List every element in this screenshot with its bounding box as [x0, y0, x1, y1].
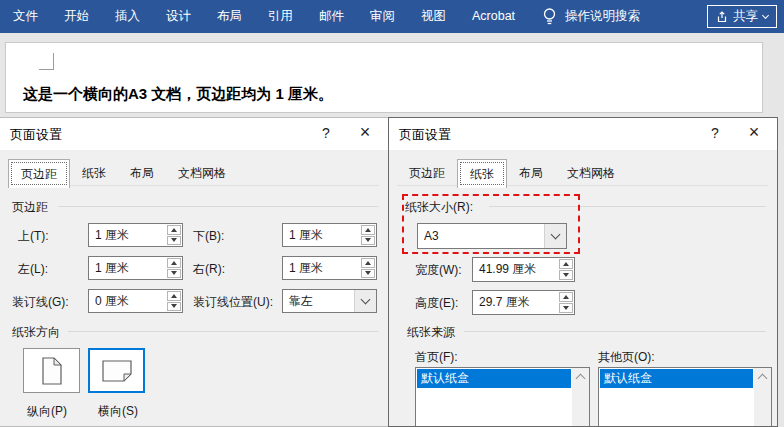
chevron-down-icon: [762, 11, 769, 18]
close-icon[interactable]: ×: [354, 122, 376, 143]
portrait-option[interactable]: [23, 348, 80, 393]
list-item[interactable]: 默认纸盒: [600, 369, 753, 388]
list-item[interactable]: 默认纸盒: [417, 369, 571, 388]
spinner: [166, 290, 182, 312]
landscape-option[interactable]: [88, 348, 145, 393]
spinner: [166, 257, 182, 279]
spinner: [558, 291, 574, 314]
spin-up-button[interactable]: [361, 225, 375, 235]
tab-paper[interactable]: 纸张: [457, 159, 507, 188]
scrollbar[interactable]: [572, 368, 589, 427]
tab-docgrid[interactable]: 文档网格: [555, 159, 627, 188]
spin-down-button[interactable]: [361, 236, 375, 246]
margin-bottom-label: 下(B):: [193, 228, 224, 245]
tab-margins[interactable]: 页边距: [8, 159, 70, 188]
spin-down-button[interactable]: [167, 269, 181, 279]
lightbulb-icon[interactable]: [542, 7, 557, 26]
first-page-listbox[interactable]: 默认纸盒: [415, 367, 590, 427]
paper-height-label: 高度(E):: [415, 295, 458, 312]
margin-bottom-field[interactable]: 1 厘米: [282, 223, 377, 247]
document-text: 这是一个横向的A3 文档，页边距均为 1 厘米。: [23, 85, 333, 104]
margin-left-label: 左(L):: [18, 261, 48, 278]
spin-down-button[interactable]: [559, 303, 573, 313]
word-window: 文件 开始 插入 设计 布局 引用 邮件 审阅 视图 Acrobat 操作说明搜…: [0, 0, 784, 427]
spin-up-button[interactable]: [167, 291, 181, 301]
help-button[interactable]: ?: [316, 125, 336, 141]
spinner: [558, 258, 574, 281]
spin-down-button[interactable]: [167, 302, 181, 312]
paper-width-field[interactable]: 41.99 厘米: [472, 257, 575, 282]
spin-up-button[interactable]: [167, 225, 181, 235]
help-button[interactable]: ?: [705, 125, 725, 141]
spin-up-button[interactable]: [559, 259, 573, 269]
page-setup-dialog-paper: 页面设置 ? × 页边距 纸张 布局 文档网格 纸张大小(R): A3 宽度(W…: [388, 117, 778, 427]
orientation-group-label: 纸张方向: [12, 324, 60, 341]
scroll-up-icon[interactable]: [576, 374, 586, 384]
tab-layout[interactable]: 布局: [507, 159, 555, 188]
paper-width-label: 宽度(W):: [415, 262, 462, 279]
tell-me-search[interactable]: 操作说明搜索: [565, 8, 640, 25]
ribbon-tab-mailings[interactable]: 邮件: [306, 0, 357, 33]
ribbon-tab-acrobat[interactable]: Acrobat: [459, 0, 528, 33]
other-pages-label: 其他页(O):: [598, 349, 655, 366]
scrollbar[interactable]: [754, 368, 771, 427]
paper-size-label: 纸张大小(R):: [405, 199, 473, 216]
spin-down-button[interactable]: [361, 269, 375, 279]
spin-up-button[interactable]: [361, 258, 375, 268]
gutter-position-dropdown[interactable]: 靠左: [282, 289, 377, 313]
spin-up-button[interactable]: [559, 292, 573, 302]
first-page-label: 首页(F):: [415, 349, 458, 366]
tab-docgrid[interactable]: 文档网格: [166, 159, 238, 188]
tab-layout[interactable]: 布局: [118, 159, 166, 188]
gutter-field[interactable]: 0 厘米: [88, 289, 183, 313]
ribbon-tab-file[interactable]: 文件: [0, 0, 51, 33]
group-divider: [68, 331, 378, 332]
ribbon-tab-insert[interactable]: 插入: [102, 0, 153, 33]
spin-up-button[interactable]: [167, 258, 181, 268]
paper-source-group-label: 纸张来源: [407, 324, 455, 341]
ribbon-tab-references[interactable]: 引用: [255, 0, 306, 33]
margin-top-field[interactable]: 1 厘米: [88, 223, 183, 247]
margins-group-label: 页边距: [12, 199, 48, 216]
share-icon: [716, 11, 728, 23]
portrait-label: 纵向(P): [27, 403, 67, 420]
tab-paper[interactable]: 纸张: [70, 159, 118, 188]
gutter-position-label: 装订线位置(U):: [193, 294, 273, 311]
document-page[interactable]: 这是一个横向的A3 文档，页边距均为 1 厘米。: [5, 42, 763, 113]
margin-top-label: 上(T):: [18, 228, 49, 245]
paper-height-field[interactable]: 29.7 厘米: [472, 290, 575, 315]
chevron-down-icon[interactable]: [354, 290, 376, 312]
chevron-down-icon[interactable]: [544, 224, 566, 248]
ribbon-tab-review[interactable]: 审阅: [357, 0, 408, 33]
group-divider: [489, 206, 766, 207]
portrait-page-icon: [41, 356, 63, 386]
dialog-tabs: 页边距 纸张 布局 文档网格: [397, 159, 627, 188]
spin-down-button[interactable]: [167, 236, 181, 246]
paper-size-dropdown[interactable]: A3: [417, 223, 567, 249]
dialog-titlebar: 页面设置 ? ×: [0, 118, 388, 150]
spinner: [360, 257, 376, 279]
margin-crop-mark: [39, 53, 54, 70]
scroll-up-icon[interactable]: [758, 374, 768, 384]
tab-margins[interactable]: 页边距: [397, 159, 457, 188]
margin-right-field[interactable]: 1 厘米: [282, 256, 377, 280]
page-setup-dialog-margins: 页面设置 ? × 页边距 纸张 布局 文档网格 页边距 上(T): 1 厘米 下…: [0, 117, 389, 427]
spin-down-button[interactable]: [559, 270, 573, 280]
margin-right-label: 右(R):: [193, 261, 225, 278]
spinner: [166, 224, 182, 246]
ribbon-tab-view[interactable]: 视图: [408, 0, 459, 33]
margin-left-field[interactable]: 1 厘米: [88, 256, 183, 280]
ribbon: 文件 开始 插入 设计 布局 引用 邮件 审阅 视图 Acrobat 操作说明搜…: [0, 0, 784, 33]
ribbon-tab-layout[interactable]: 布局: [204, 0, 255, 33]
group-divider: [464, 331, 766, 332]
share-button[interactable]: 共享: [707, 5, 777, 28]
ribbon-tab-design[interactable]: 设计: [153, 0, 204, 33]
spinner: [360, 224, 376, 246]
gutter-label: 装订线(G):: [12, 294, 69, 311]
dialog-titlebar: 页面设置 ? ×: [389, 118, 777, 150]
share-label: 共享: [733, 8, 758, 25]
close-icon[interactable]: ×: [743, 122, 765, 143]
other-pages-listbox[interactable]: 默认纸盒: [598, 367, 772, 427]
ribbon-tab-home[interactable]: 开始: [51, 0, 102, 33]
dialog-title: 页面设置: [10, 126, 62, 144]
